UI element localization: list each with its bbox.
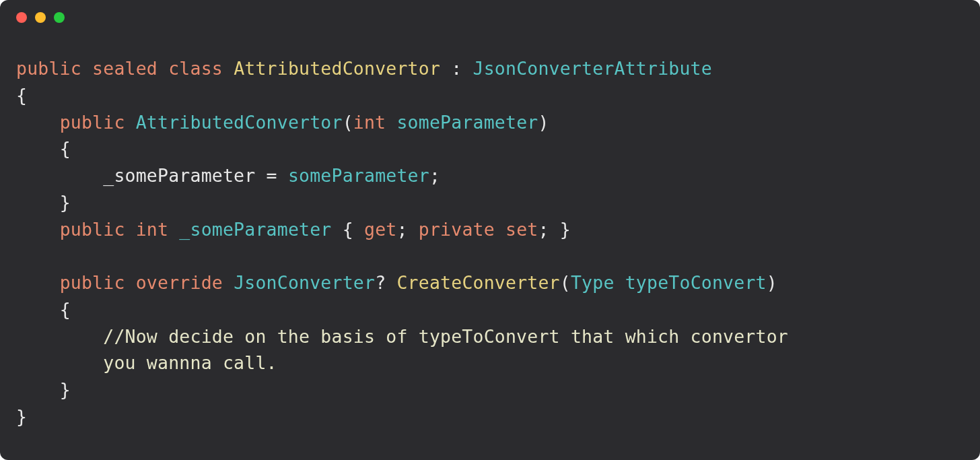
keyword: public [60, 112, 125, 133]
field: _someParameter [103, 165, 255, 186]
property: _someParameter [179, 219, 331, 240]
code-content: public sealed class AttributedConvertor … [0, 35, 980, 447]
minimize-icon[interactable] [35, 12, 46, 23]
method-name: CreateConverter [396, 272, 559, 293]
param: typeToConvert [625, 272, 767, 293]
punct: : [451, 58, 462, 79]
keyword: sealed [92, 58, 158, 79]
brace: } [560, 219, 571, 240]
punct: ) [538, 112, 549, 133]
keyword: public [16, 58, 81, 79]
keyword: int [353, 112, 386, 133]
brace: { [60, 138, 71, 159]
comment: you wannna call. [103, 352, 277, 373]
ctor-name: AttributedConvertor [136, 112, 343, 133]
comment: //Now decide on the basis of typeToConve… [103, 326, 788, 347]
code-window: public sealed class AttributedConvertor … [0, 0, 980, 460]
punct: ; [429, 165, 440, 186]
close-icon[interactable] [16, 12, 27, 23]
brace: { [60, 299, 71, 320]
brace: } [60, 192, 71, 213]
operator: = [267, 165, 277, 186]
param: someParameter [396, 112, 538, 133]
keyword: private [419, 219, 495, 240]
titlebar [0, 0, 980, 35]
maximize-icon[interactable] [54, 12, 65, 23]
base-type: JsonConverterAttribute [473, 58, 712, 79]
value: someParameter [288, 165, 429, 186]
param-type: Type [571, 272, 615, 293]
punct: ( [343, 112, 353, 133]
keyword: public [60, 272, 125, 293]
punct: ( [560, 272, 571, 293]
accessor: get [364, 219, 396, 240]
keyword: class [168, 58, 223, 79]
keyword: public [60, 219, 125, 240]
keyword: override [136, 272, 223, 293]
punct: ? [375, 272, 386, 293]
brace: { [16, 85, 27, 106]
brace: { [343, 219, 353, 240]
brace: } [16, 406, 27, 427]
accessor: set [505, 219, 538, 240]
keyword: int [136, 219, 168, 240]
punct: ) [767, 272, 777, 293]
punct: ; [396, 219, 407, 240]
class-name: AttributedConvertor [234, 58, 440, 79]
brace: } [60, 379, 71, 400]
punct: ; [538, 219, 549, 240]
return-type: JsonConverter [234, 272, 375, 293]
